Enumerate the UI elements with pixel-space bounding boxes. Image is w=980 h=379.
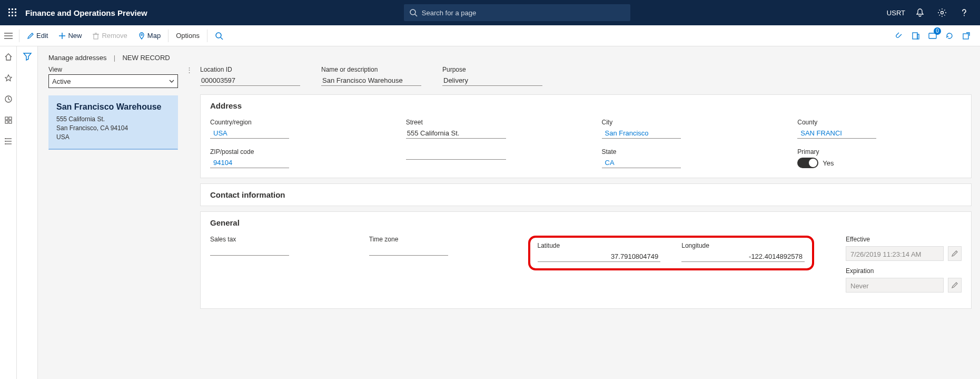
map-button[interactable]: Map xyxy=(133,25,166,46)
view-value: Active xyxy=(52,77,71,85)
nav-home-icon[interactable] xyxy=(2,51,15,63)
pencil-icon xyxy=(27,32,34,40)
state-field[interactable]: CA xyxy=(602,157,681,168)
latitude-field[interactable]: 37.7910804749 xyxy=(538,250,661,262)
svg-rect-4 xyxy=(12,12,13,13)
svg-point-22 xyxy=(216,33,221,38)
waffle-icon[interactable] xyxy=(4,4,21,21)
section-address: Address Country/regionUSA Street555 Cali… xyxy=(200,94,972,178)
office-icon[interactable] xyxy=(909,30,922,42)
card-title: San Francisco Warehouse xyxy=(56,102,170,112)
effective-edit-button[interactable] xyxy=(948,246,962,261)
attachments-icon[interactable] xyxy=(893,30,905,42)
legal-entity[interactable]: USRT xyxy=(887,9,905,17)
svg-rect-3 xyxy=(8,12,10,13)
svg-rect-18 xyxy=(94,34,98,39)
name-value[interactable]: San Francisco Warehouse xyxy=(321,74,421,86)
refresh-icon[interactable] xyxy=(943,30,956,42)
primary-toggle[interactable]: Yes xyxy=(797,158,962,168)
county-field[interactable]: SAN FRANCI xyxy=(797,127,876,139)
app-title: Finance and Operations Preview xyxy=(25,8,147,17)
svg-point-38 xyxy=(5,143,6,144)
form-area: Location ID 000003597 Name or descriptio… xyxy=(200,66,972,314)
location-id-value[interactable]: 000003597 xyxy=(200,74,300,86)
action-search-button[interactable] xyxy=(210,32,229,40)
messages-badge: 0 xyxy=(934,27,941,35)
card-line2: San Francisco, CA 94104 xyxy=(56,124,170,133)
nav-rail xyxy=(0,46,17,379)
trash-icon xyxy=(92,32,100,40)
settings-icon[interactable] xyxy=(935,5,949,20)
location-id-field: Location ID 000003597 xyxy=(200,66,300,86)
nav-recent-icon[interactable] xyxy=(2,93,15,105)
svg-rect-27 xyxy=(963,34,968,39)
nav-modules-icon[interactable] xyxy=(2,135,15,148)
notifications-icon[interactable] xyxy=(913,5,927,20)
filter-icon[interactable] xyxy=(23,52,32,379)
options-button[interactable]: Options xyxy=(171,25,205,46)
breadcrumb-page[interactable]: Manage addresses xyxy=(48,54,107,62)
purpose-field: Purpose Delivery xyxy=(442,66,542,86)
global-search[interactable]: Search for a page xyxy=(404,4,630,21)
section-contact: Contact information xyxy=(200,183,972,206)
pencil-icon xyxy=(951,281,958,289)
section-general-header[interactable]: General xyxy=(201,212,971,234)
effective-field: 7/26/2019 11:23:14 AM xyxy=(846,246,944,261)
lat-lon-highlight: Latitude37.7910804749 Longitude-122.4014… xyxy=(528,236,815,270)
svg-line-10 xyxy=(415,14,417,16)
svg-line-23 xyxy=(221,37,223,40)
svg-rect-29 xyxy=(5,117,8,120)
svg-point-37 xyxy=(5,141,6,142)
svg-point-36 xyxy=(5,138,6,139)
hamburger-icon[interactable] xyxy=(0,32,17,40)
street-field-2[interactable] xyxy=(406,148,506,160)
city-field[interactable]: San Francisco xyxy=(602,127,681,139)
svg-rect-24 xyxy=(913,33,917,39)
svg-rect-31 xyxy=(5,121,8,123)
expiration-edit-button[interactable] xyxy=(948,278,962,293)
salestax-field[interactable] xyxy=(210,244,289,256)
title-bar: Finance and Operations Preview Search fo… xyxy=(0,0,980,25)
summary-row: Location ID 000003597 Name or descriptio… xyxy=(200,66,972,86)
address-card[interactable]: San Francisco Warehouse 555 California S… xyxy=(48,95,178,150)
search-icon xyxy=(215,32,223,40)
toggle-switch-icon xyxy=(797,158,818,168)
messages-icon[interactable]: 0 xyxy=(926,30,939,42)
page: Manage addresses | NEW RECORD View Activ… xyxy=(38,46,980,379)
svg-rect-5 xyxy=(15,12,16,13)
view-dropdown[interactable]: Active xyxy=(48,74,178,88)
section-contact-header[interactable]: Contact information xyxy=(201,184,971,206)
view-label: View xyxy=(48,66,178,73)
svg-rect-6 xyxy=(8,15,10,16)
svg-point-11 xyxy=(941,12,944,14)
zip-field[interactable]: 94104 xyxy=(210,157,289,168)
section-address-header[interactable]: Address xyxy=(201,95,971,116)
svg-rect-1 xyxy=(12,8,13,10)
breadcrumb-record: NEW RECORD xyxy=(122,54,170,62)
street-field[interactable]: 555 California St. xyxy=(406,127,506,139)
card-line1: 555 California St. xyxy=(56,115,170,124)
timezone-field[interactable] xyxy=(369,244,448,256)
filter-column xyxy=(17,46,38,379)
nav-favorites-icon[interactable] xyxy=(2,72,15,84)
main: Manage addresses | NEW RECORD View Activ… xyxy=(0,46,980,379)
pencil-icon xyxy=(951,250,958,257)
longitude-field[interactable]: -122.4014892578 xyxy=(681,250,805,262)
section-general: General Sales tax Time zone Latitude37.7… xyxy=(200,211,972,309)
country-field[interactable]: USA xyxy=(210,127,289,139)
name-field: Name or description San Francisco Wareho… xyxy=(321,66,421,86)
splitter[interactable]: ⋮ xyxy=(187,66,191,74)
svg-point-12 xyxy=(964,15,965,16)
plus-icon xyxy=(58,32,66,40)
search-icon xyxy=(409,8,418,17)
svg-rect-30 xyxy=(9,117,12,120)
popout-icon[interactable] xyxy=(960,30,973,42)
new-button[interactable]: New xyxy=(53,25,87,46)
purpose-value[interactable]: Delivery xyxy=(442,74,542,86)
nav-workspaces-icon[interactable] xyxy=(2,114,15,127)
svg-point-21 xyxy=(141,34,142,35)
map-pin-icon xyxy=(138,32,145,40)
help-icon[interactable] xyxy=(957,5,972,20)
edit-button[interactable]: Edit xyxy=(22,25,53,46)
action-bar: Edit New Remove Map Options 0 xyxy=(0,25,980,46)
